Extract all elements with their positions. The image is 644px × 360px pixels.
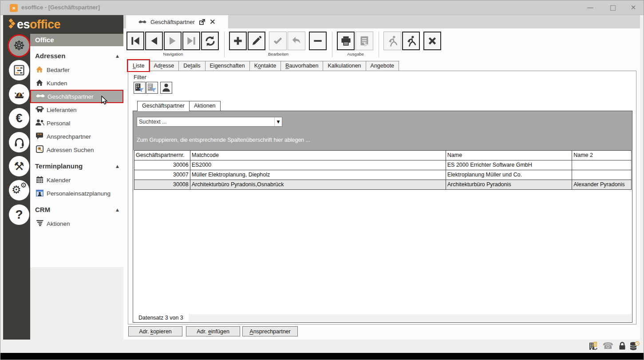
sidebar-item-kalender[interactable]: Kalender xyxy=(30,173,123,187)
main-area: Geschäftspartner ✕ Navigation xyxy=(123,15,640,340)
sidebar-item-label: Lieferanten xyxy=(47,107,77,113)
table-row[interactable]: 30008Architekturbüro Pyradonis,Osnabrück… xyxy=(134,180,631,190)
refresh-button[interactable] xyxy=(201,32,219,50)
table-cell xyxy=(572,170,631,180)
calendar-person-icon xyxy=(34,189,45,198)
toolbar-group-navigation: Navigation xyxy=(126,32,220,56)
sidebar-item-ansprechpartner[interactable]: ““Ansprechpartner xyxy=(30,130,123,143)
add-record-button[interactable] xyxy=(229,32,247,50)
table-cell: Architekturbüro Pyradonis xyxy=(446,180,572,189)
delete-record-button[interactable] xyxy=(309,32,327,50)
collapse-icon[interactable]: ▲ xyxy=(116,203,119,217)
ansprechpartner-button[interactable]: Ansprechpartner xyxy=(242,326,298,336)
app-window: » esoffice - [Geschäftspartner] — □ ✕ es… xyxy=(0,0,644,360)
close-window-button[interactable]: ✕ xyxy=(626,0,641,15)
tab-bauvorhaben[interactable]: Bauvorhaben xyxy=(281,61,323,71)
undock-icon[interactable] xyxy=(199,19,205,25)
column-header-1[interactable]: Geschäftspartnernr. xyxy=(134,151,190,160)
tab-angebote[interactable]: Angebote xyxy=(366,61,399,71)
first-record-button[interactable] xyxy=(126,32,144,50)
column-header-2[interactable]: Matchcode xyxy=(190,151,446,160)
document-tab-label: Geschäftspartner xyxy=(150,19,195,25)
help-icon-button[interactable]: ? xyxy=(9,204,29,225)
tab-details[interactable]: Details xyxy=(178,61,205,71)
person-filter-button[interactable] xyxy=(160,82,172,94)
search-input[interactable]: Suchtext ... xyxy=(137,119,274,125)
sidebar-item-aktionen[interactable]: Aktionen xyxy=(30,217,123,230)
menu-section-header[interactable]: Adressen▲ xyxy=(30,49,123,63)
run-inactive-button[interactable] xyxy=(383,32,401,50)
sidebar-item-personal[interactable]: Personal xyxy=(30,116,123,130)
headset-icon-button[interactable] xyxy=(9,132,29,152)
table-cell: Alexander Pyradonis xyxy=(572,180,631,189)
column-header-4[interactable]: Name 2 xyxy=(572,151,631,160)
close-tab-icon[interactable]: ✕ xyxy=(209,17,216,26)
close-module-button[interactable] xyxy=(423,32,441,50)
toolbar-separator xyxy=(332,32,332,57)
gears-icon-button[interactable]: ⚙⚙ xyxy=(9,180,29,200)
people-icon xyxy=(34,119,45,127)
run-button[interactable] xyxy=(402,32,420,50)
sidebar-item-label: Bedarfer xyxy=(47,67,70,73)
menu-section-header[interactable]: Terminplanung▲ xyxy=(30,159,123,173)
sidebar-item-adressen-suchen[interactable]: Adressen Suchen xyxy=(30,143,123,156)
sidebar-item-label: Kalender xyxy=(47,177,71,184)
company-filter-button[interactable] xyxy=(134,82,146,94)
svg-text:““: ““ xyxy=(37,132,42,138)
adr-kopieren-button[interactable]: Adr. kopieren xyxy=(128,326,182,336)
export-list-button[interactable] xyxy=(356,32,373,50)
list-tab-gesch-ftspartner[interactable]: Geschäftspartner xyxy=(137,101,190,111)
minimize-button[interactable]: — xyxy=(583,0,598,15)
edit-record-button[interactable] xyxy=(248,32,265,50)
sidebar-item-personaleinsatzplanung[interactable]: Personaleinsatzplanung xyxy=(30,187,123,200)
liste-page: Filter GeschäftspartnerAktionen Suchtext… xyxy=(128,71,636,324)
table-cell: 30007 xyxy=(134,170,190,180)
collapse-icon[interactable]: ▲ xyxy=(116,159,119,173)
column-header-3[interactable]: Name xyxy=(446,151,572,160)
table-row[interactable]: 30007Müller Elektroplanung, DiepholzElek… xyxy=(134,170,631,180)
sidebar-item-gesch-ftspartner[interactable]: Geschäftspartner xyxy=(30,90,123,103)
filter-label: Filter xyxy=(134,74,146,80)
horizontal-scrollbar[interactable] xyxy=(189,314,632,321)
tab-kalkulationen[interactable]: Kalkulationen xyxy=(323,61,366,71)
sidebar-item-lieferanten[interactable]: Lieferanten xyxy=(30,103,123,116)
next-record-button[interactable] xyxy=(164,32,182,50)
speech-bubble-icon: ““ xyxy=(34,132,45,141)
previous-record-button[interactable] xyxy=(145,32,163,50)
maximize-button[interactable]: □ xyxy=(605,0,620,15)
toolbar: Navigation Bearbeiten xyxy=(123,28,640,60)
sidebar-item-kunden[interactable]: Kunden xyxy=(30,76,123,90)
list-tab-aktionen[interactable]: Aktionen xyxy=(189,101,221,111)
print-button[interactable] xyxy=(337,32,355,50)
menu-section-header[interactable]: CRM▲ xyxy=(30,203,123,217)
tools-icon-button[interactable]: ⚒ xyxy=(9,156,29,176)
helm-icon-button[interactable]: ☸ xyxy=(9,36,29,56)
table-status-row: Datensatz 3 von 3 xyxy=(134,314,632,322)
euro-icon-button[interactable]: € xyxy=(9,108,29,128)
save-record-button[interactable] xyxy=(269,32,287,50)
company-filter-alt-button[interactable] xyxy=(146,82,158,94)
table-row[interactable]: 30006ES2000ES 2000 Errichter Software Gm… xyxy=(134,160,631,170)
sidebar-item-bedarfer[interactable]: Bedarfer xyxy=(30,63,123,76)
bottom-bar xyxy=(0,353,644,360)
chevron-down-icon[interactable]: ▼ xyxy=(274,117,282,126)
planning-board-icon-button[interactable] xyxy=(9,60,29,80)
collapse-icon[interactable]: ▲ xyxy=(116,49,119,63)
tab-liste[interactable]: Liste xyxy=(128,60,149,71)
document-tab-geschaeftspartner[interactable]: Geschäftspartner ✕ xyxy=(126,15,228,28)
last-record-button[interactable] xyxy=(182,32,200,50)
company-sync-icon xyxy=(588,340,599,351)
tab-eigenschaften[interactable]: Eigenschaften xyxy=(205,61,250,71)
undo-button[interactable] xyxy=(288,32,305,50)
tab-adresse[interactable]: Adresse xyxy=(149,61,179,71)
adr-einfügen-button[interactable]: Adr. einfügen xyxy=(186,326,240,336)
sidebar-item-label: Adressen Suchen xyxy=(47,147,94,153)
table-cell: 30008 xyxy=(134,180,190,189)
tab-kontakte[interactable]: Kontakte xyxy=(249,61,281,71)
toolbar-group-label: Ausgabe xyxy=(347,52,364,56)
table-cell xyxy=(572,160,631,170)
search-combobox[interactable]: Suchtext ... ▼ xyxy=(137,117,282,127)
house-orange-icon xyxy=(34,66,45,74)
brand-logo: esoffice xyxy=(3,15,123,34)
siren-icon-button[interactable] xyxy=(9,84,29,104)
